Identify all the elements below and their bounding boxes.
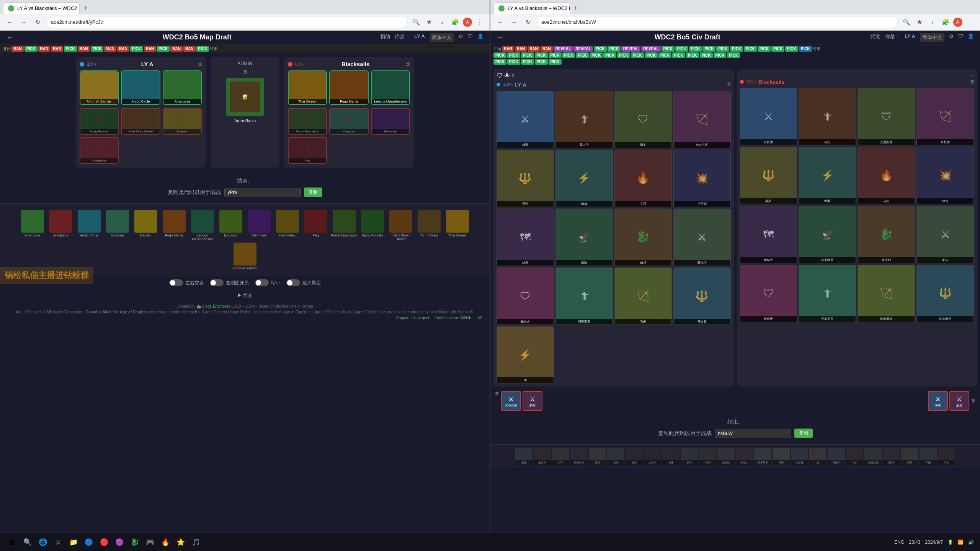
toggle-zoom-switch[interactable] [286, 279, 300, 286]
civ-card-柏纳大[interactable]: 🗺 柏纳大 [740, 206, 797, 263]
civ-card-绿色[interactable]: 💥 绿色 [916, 147, 974, 204]
civ-card-蒙占区[interactable]: ⚔ 蒙占区 [673, 209, 731, 266]
taskbar-app-11[interactable]: 🎵 [190, 536, 202, 548]
pool-map-thumb[interactable] [78, 210, 101, 233]
pool-map-thumb[interactable] [49, 210, 72, 233]
user-icon-left[interactable]: 👤 [477, 33, 483, 42]
forward-button-right[interactable]: → [509, 17, 519, 28]
civ-card-马来[interactable]: 🏹 马来 [614, 267, 672, 325]
civ-card-西班牙[interactable]: 🛡 西班牙 [740, 265, 797, 322]
pool-map-thumb[interactable] [304, 210, 327, 233]
pool-map-thumb[interactable] [361, 210, 384, 233]
download-icon[interactable]: ↓ [437, 17, 448, 28]
refresh-button-left[interactable]: ↻ [32, 17, 43, 28]
lang-select-right[interactable]: 简体中文 [920, 33, 944, 42]
copy-button-right[interactable]: 复制 [794, 429, 813, 438]
taskbar-app-4[interactable]: 🔵 [83, 536, 95, 548]
right-pick-1[interactable]: Thar Desert [288, 70, 327, 105]
extensions-icon[interactable]: 🧩 [450, 17, 461, 28]
civ-card-日本[interactable]: 🛡 日本 [614, 91, 672, 148]
civ-card-中国[interactable]: ⚡ 中国 [799, 147, 856, 204]
left-pick-1[interactable]: Umm Al Samim [80, 70, 119, 105]
download-icon-right[interactable]: ↓ [927, 17, 938, 28]
civ-card-罗马[interactable]: ⚔ 罗马 [916, 206, 974, 263]
civ-card-阿摩斯泰[interactable]: 🗡 阿摩斯泰 [555, 267, 613, 325]
left-ban-3[interactable]: ✕ Danakil [163, 108, 202, 135]
user-icon-right[interactable]: 👤 [968, 33, 974, 42]
pool-map-thumb[interactable] [106, 210, 129, 233]
left-ban-4[interactable]: ✕ Andalucia [80, 137, 119, 164]
back-button-right[interactable]: ← [495, 17, 506, 28]
taskbar-app-6[interactable]: 🟣 [113, 536, 126, 548]
donate-link-left[interactable]: 捐助 [380, 33, 390, 42]
lang-select-left[interactable]: 简体中文 [430, 33, 454, 42]
start-icon[interactable]: ⊞ [6, 536, 18, 548]
url-box-left[interactable]: aoe2cm.net/draft/yPcJc [46, 16, 408, 28]
civ-card-越南[interactable]: ⚔ 越南 [497, 91, 554, 148]
civ-card-光吾斯基[interactable]: 🛡 光吾斯基 [858, 88, 915, 145]
pool-map-thumb[interactable] [276, 210, 299, 233]
civ-card-雄来[interactable]: 🗺 雄来 [497, 209, 554, 266]
pool-map-thumb[interactable] [446, 210, 469, 233]
left-pick-2[interactable]: Arctic Circle [121, 70, 160, 105]
left-ban-1[interactable]: ✕ Spiny Forests [80, 108, 119, 135]
taskbar-app-5[interactable]: 🔴 [98, 536, 110, 548]
civ-card-蒙古子[interactable]: 🗡 蒙古子 [555, 91, 613, 148]
github-link[interactable]: Contribute on GitHub [435, 316, 471, 320]
map-back-button[interactable]: ← [6, 33, 14, 42]
right-ban-4[interactable]: ✕ Pag [288, 137, 327, 164]
civ-card-拜占庭[interactable]: 🔱 拜占庭 [673, 267, 731, 325]
new-tab-button-right[interactable]: + [570, 2, 581, 14]
pool-map-thumb[interactable] [248, 210, 271, 233]
taskbar-app-8[interactable]: 🎮 [144, 536, 156, 548]
left-ban-2[interactable]: ✕ Start Story Desert [121, 108, 160, 135]
shield-icon-right[interactable]: 🛡 [958, 33, 963, 42]
menu-icon-right[interactable]: ⋮ [965, 17, 975, 28]
copy-input-left[interactable] [224, 188, 301, 197]
about-button[interactable]: ▶ 简介 [237, 292, 252, 299]
search-taskbar-icon[interactable]: 🔍 [21, 536, 34, 548]
star-icon[interactable]: ★ [424, 17, 434, 28]
right-pick-3[interactable]: Lencos Maranhenses [371, 70, 410, 105]
pool-map-thumb[interactable] [21, 210, 44, 233]
pool-map-thumb[interactable] [234, 243, 256, 266]
civ-card-马们[interactable]: 🔥 马们 [858, 147, 915, 204]
star-icon-right[interactable]: ★ [914, 17, 925, 28]
civ-card-立间[interactable]: 🔥 立间 [614, 150, 672, 207]
civ-card-莫明[interactable]: 🔱 莫明 [497, 150, 554, 207]
civ-card-缅[interactable]: ⚡ 缅 [497, 326, 554, 384]
copy-button-left[interactable]: 复制 [304, 187, 322, 197]
back-button-left[interactable]: ← [5, 17, 15, 28]
toggle-diff-switch[interactable] [210, 279, 224, 286]
civ-card-前成[interactable]: ⚡ 前成 [555, 150, 613, 207]
pool-map-thumb[interactable] [389, 210, 412, 233]
api-link[interactable]: API [477, 316, 483, 320]
settings-icon-left[interactable]: ⚙ [459, 33, 463, 42]
civ-card-前相[interactable]: 🐉 前相 [614, 209, 672, 266]
forward-button-left[interactable]: → [18, 17, 29, 28]
shield-icon-left[interactable]: 🛡 [468, 33, 473, 42]
civ-card-柏林占区[interactable]: 🏹 柏林占区 [673, 91, 731, 148]
donate-link-right[interactable]: 捐助 [871, 33, 880, 42]
profile-icon-right[interactable]: A [953, 18, 962, 27]
civ-card-莫斯[interactable]: 🔱 莫斯 [740, 147, 797, 204]
right-ban-2[interactable]: ✕ Curacao [329, 108, 369, 135]
left-pick-3[interactable]: Amargosa [163, 70, 202, 105]
taskbar-app-3[interactable]: 📁 [67, 536, 80, 548]
civ-card-马扎尔[interactable]: ⚔ 马扎尔 [740, 88, 797, 145]
civ-card-亚美尼亚[interactable]: 🗡 亚美尼亚 [799, 265, 856, 322]
right-ban-1[interactable]: ✕ Pamir Mountains [288, 108, 327, 135]
search-icon-right[interactable]: 🔍 [901, 17, 912, 28]
civ-card-柏纳大[interactable]: 🛡 柏纳大 [497, 267, 554, 325]
civ-card-达罗毗茶[interactable]: 🦅 达罗毗茶 [799, 206, 856, 263]
pool-map-thumb[interactable] [333, 210, 356, 233]
support-link[interactable]: Support this project [396, 316, 429, 320]
new-tab-button-left[interactable]: + [80, 2, 91, 14]
right-ban-3[interactable]: ✕ Merindee [371, 108, 410, 135]
civ-card-印度斯坦[interactable]: 🏹 印度斯坦 [858, 265, 915, 322]
extensions-icon-right[interactable]: 🧩 [940, 17, 951, 28]
taskbar-app-9[interactable]: 🔥 [159, 536, 172, 548]
taskbar-app-1[interactable]: 🌐 [37, 536, 49, 548]
taskbar-app-2[interactable]: ⚔ [52, 536, 64, 548]
pool-map-thumb[interactable] [191, 210, 214, 233]
